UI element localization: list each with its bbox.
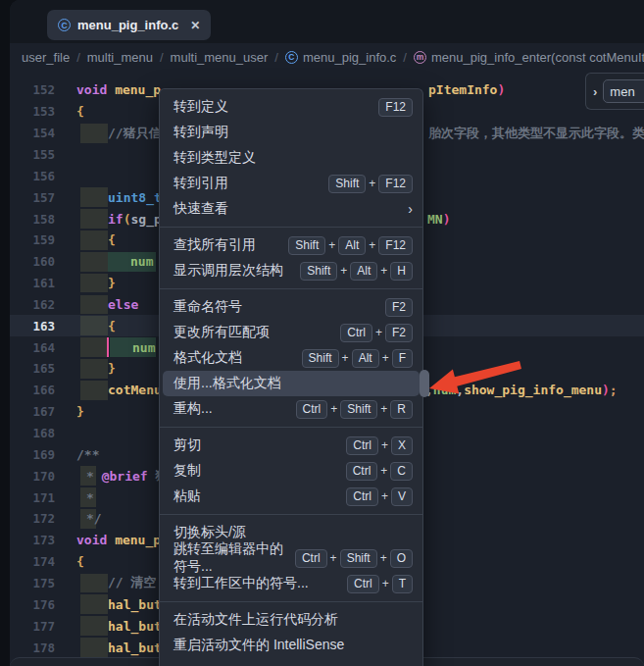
keybinding: Ctrl+V [346, 487, 413, 506]
context-menu-item[interactable]: 复制Ctrl+C [160, 458, 422, 484]
keybinding: Shift+Alt+F [302, 349, 413, 368]
context-menu-item[interactable]: 粘贴Ctrl+V [160, 484, 422, 509]
token: 胎次字段，其他类型不显示此字段。类 [428, 125, 644, 142]
context-menu-item[interactable]: 转到声明 [160, 120, 422, 145]
context-menu-item[interactable]: 剪切Ctrl+X [160, 433, 422, 458]
line-number: 177 [10, 615, 55, 637]
keycap: V [391, 487, 413, 506]
context-menu-item[interactable]: 查找所有引用Shift+Alt+F12 [160, 232, 422, 258]
line-number: 176 [10, 593, 55, 615]
keycap: F12 [378, 98, 413, 117]
plus-separator: + [381, 438, 388, 452]
menu-item-label: 转到声明 [173, 124, 228, 141]
line-number: 156 [10, 165, 55, 186]
highlight-block [80, 616, 108, 636]
line-number: 172 [10, 508, 55, 530]
plus-separator: + [381, 489, 388, 503]
keycap: Ctrl [346, 436, 378, 455]
menu-item-label: 快速查看 [173, 200, 228, 218]
menu-item-label: 重构... [173, 400, 213, 418]
menu-separator [160, 288, 422, 289]
keycap: Ctrl [296, 400, 328, 419]
context-menu-item[interactable]: 重启活动文件的 IntelliSense [160, 633, 422, 658]
token: ) [602, 383, 610, 397]
token: else [108, 297, 138, 312]
keycap: Ctrl [346, 487, 378, 506]
context-menu-item[interactable]: 转到定义F12 [160, 94, 422, 120]
token: uint8_t [108, 190, 162, 205]
token: , [456, 383, 464, 397]
context-menu-item[interactable]: 快速查看› [160, 196, 422, 222]
token: num [132, 340, 155, 355]
keycap: Alt [352, 349, 379, 368]
context-menu-item[interactable]: 转到工作区中的符号...Ctrl+T [160, 571, 422, 596]
keycap: X [391, 436, 413, 455]
menu-item-label: 使用...格式化文档 [173, 375, 281, 392]
token: ) [497, 82, 505, 97]
token: { [108, 319, 116, 333]
token: hal_but [108, 640, 162, 655]
plus-separator: + [369, 177, 375, 190]
token: hal_but [108, 619, 162, 634]
context-menu-item[interactable]: 使用...格式化文档 [163, 371, 420, 396]
highlight-block [80, 316, 108, 335]
plus-separator: + [328, 238, 335, 252]
plus-separator: + [375, 326, 382, 339]
context-menu-item[interactable]: 跳转至编辑器中的符号...Ctrl+Shift+O [160, 545, 422, 571]
token: } [76, 404, 84, 419]
token: num [130, 254, 153, 269]
token: // 清空 [108, 574, 156, 591]
context-menu-item[interactable]: 重命名符号F2 [160, 294, 422, 320]
keycap: Alt [338, 236, 366, 255]
line-number: 153 [10, 101, 55, 123]
code-text: { [108, 230, 116, 251]
token: menu_p [115, 82, 161, 97]
code-text: /** [76, 443, 99, 465]
token: if [108, 212, 124, 227]
highlight-block [80, 574, 108, 593]
code-text: pItemInfo) [428, 79, 505, 101]
code-text: else [108, 294, 138, 316]
context-menu-item[interactable]: 重构...Ctrl+Shift+R [160, 396, 422, 422]
code-text: 胎次字段，其他类型不显示此字段。类 [428, 123, 644, 144]
keycap: C [390, 462, 413, 481]
token: ( [124, 212, 131, 227]
keycap: Shift [328, 175, 366, 193]
plus-separator: + [382, 577, 389, 590]
line-number: 171 [10, 487, 55, 508]
context-menu-item[interactable]: 在活动文件上运行代码分析 [160, 607, 422, 633]
token: */ [86, 511, 102, 526]
menu-item-label: 显示调用层次结构 [173, 262, 283, 280]
code-text: } [108, 273, 116, 294]
code-text: * @brief 猪 [86, 465, 168, 487]
chevron-right-icon[interactable]: › [593, 84, 597, 99]
keycap: Shift [340, 400, 377, 419]
line-number: 178 [10, 637, 55, 658]
keybinding: Ctrl+Shift+O [295, 549, 413, 568]
token [107, 533, 115, 547]
find-input[interactable] [603, 79, 644, 103]
highlight-block [80, 381, 108, 400]
code-text: */ [86, 508, 102, 530]
context-menu-item[interactable]: 转到引用Shift+F12 [160, 171, 422, 196]
context-menu-item[interactable]: 显示调用层次结构Shift+Alt+H [160, 258, 422, 283]
line-number: 165 [10, 358, 55, 380]
code-text: MN) [427, 208, 450, 230]
highlight-block [80, 124, 108, 143]
menu-scrollbar-thumb[interactable] [420, 370, 429, 397]
token: //猪只信 [108, 125, 162, 142]
submenu-chevron-icon: › [408, 201, 413, 217]
context-menu-item[interactable]: 格式化文档Shift+Alt+F [160, 345, 422, 371]
code-text: cotMenu [108, 380, 162, 401]
code-text: uint8_t [108, 186, 162, 208]
menu-item-label: 更改所有匹配项 [173, 324, 270, 341]
keybinding: F2 [385, 298, 413, 317]
code-text: { [76, 551, 84, 573]
menu-separator [160, 601, 422, 602]
context-menu-item[interactable]: 转到类型定义 [160, 145, 422, 171]
menu-item-label: 重启活动文件的 IntelliSense [173, 637, 344, 654]
keybinding: Shift+F12 [328, 175, 413, 193]
code-text: void menu_p [76, 79, 161, 101]
context-menu-item[interactable]: 更改所有匹配项Ctrl+F2 [160, 320, 422, 345]
line-number: 157 [10, 186, 55, 208]
